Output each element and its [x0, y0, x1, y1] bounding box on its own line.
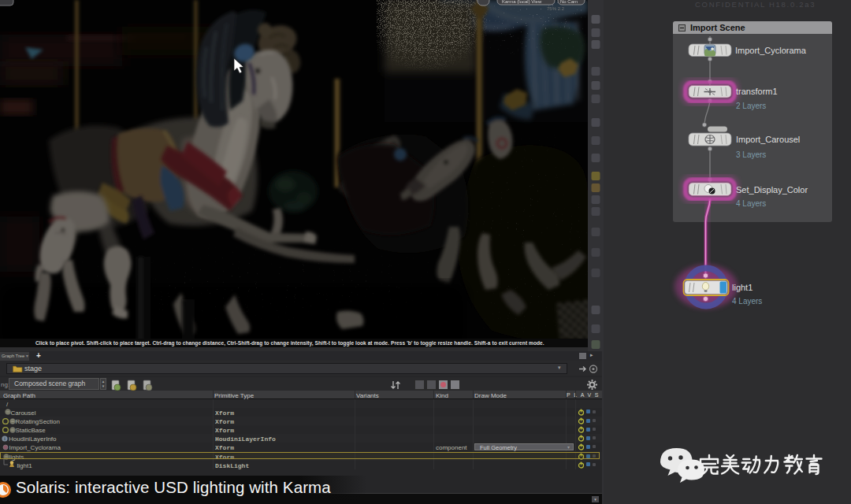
- svg-text:3 Layers: 3 Layers: [736, 150, 766, 159]
- svg-text:No Cam: No Cam: [560, 0, 578, 4]
- svg-text:Karma (local) View: Karma (local) View: [502, 0, 542, 4]
- svg-text:2 Layers: 2 Layers: [736, 102, 766, 110]
- svg-text:4 Layers: 4 Layers: [736, 199, 766, 208]
- svg-text:Import_Carousel: Import_Carousel: [736, 135, 800, 144]
- svg-text:75% 2.2: 75% 2.2: [547, 6, 565, 11]
- svg-text:4 Layers: 4 Layers: [732, 297, 762, 306]
- svg-text:Import_Cyclorama: Import_Cyclorama: [735, 46, 807, 55]
- svg-text:light1: light1: [732, 283, 753, 292]
- svg-text:Set_Display_Color: Set_Display_Color: [736, 185, 808, 195]
- svg-text:transform1: transform1: [736, 87, 778, 96]
